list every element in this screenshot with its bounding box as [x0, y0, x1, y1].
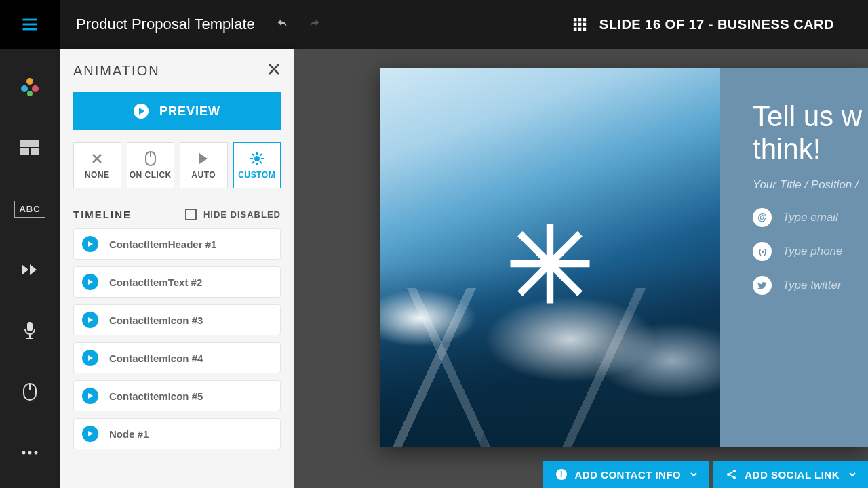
hide-disabled-toggle[interactable]: HIDE DISABLED — [185, 209, 281, 220]
svg-point-26 — [35, 451, 38, 455]
contact-email[interactable]: @ Type email — [753, 208, 868, 227]
timeline-item[interactable]: ContactItemIcon #4 — [73, 342, 281, 373]
title-area: Product Proposal Template — [60, 16, 321, 33]
mode-on-click[interactable]: ON CLICK — [127, 142, 175, 188]
undo-icon[interactable] — [275, 17, 290, 32]
svg-point-12 — [26, 78, 33, 85]
svg-text:(•): (•) — [759, 247, 767, 256]
rail-animation[interactable] — [16, 256, 43, 283]
svg-line-42 — [260, 154, 262, 156]
document-title[interactable]: Product Proposal Template — [76, 16, 255, 33]
contact-twitter[interactable]: Type twitter — [753, 276, 868, 295]
hide-disabled-label: HIDE DISABLED — [203, 209, 281, 220]
add-social-button[interactable]: ADD SOCIAL LINK — [713, 461, 868, 488]
play-icon — [82, 426, 98, 442]
chevron-down-icon — [849, 472, 856, 476]
timeline-item-label: ContactItemHeader #1 — [109, 239, 216, 250]
slide-actions: i ADD CONTACT INFO ADD SOCIAL LINK — [294, 461, 868, 488]
timeline-item-label: ContactItemText #2 — [109, 277, 202, 288]
mode-custom[interactable]: CUSTOM — [233, 142, 281, 188]
slide[interactable]: Tell us wthink! Your Title / Position / … — [380, 68, 868, 447]
timeline-item[interactable]: ContactItemIcon #3 — [73, 304, 281, 336]
redo-icon[interactable] — [307, 17, 321, 32]
timeline-list: ContactItemHeader #1 ContactItemText #2 … — [60, 228, 294, 449]
rail-shapes[interactable] — [16, 73, 43, 100]
mode-label: AUTO — [191, 170, 216, 180]
svg-rect-18 — [31, 148, 39, 155]
chevron-down-icon — [690, 472, 697, 476]
play-icon — [82, 388, 98, 404]
undo-redo-group — [275, 17, 321, 32]
mode-label: ON CLICK — [130, 170, 172, 180]
svg-line-41 — [252, 161, 254, 163]
mode-none[interactable]: NONE — [73, 142, 121, 188]
svg-point-15 — [27, 91, 33, 96]
rail-interaction[interactable] — [16, 378, 43, 405]
hamburger-icon — [20, 15, 39, 34]
contact-phone[interactable]: (•) Type phone — [753, 242, 868, 261]
rail-audio[interactable] — [16, 317, 43, 344]
svg-rect-5 — [583, 18, 586, 22]
svg-line-54 — [730, 472, 734, 474]
play-icon — [82, 312, 98, 328]
microphone-icon — [23, 321, 37, 340]
svg-point-13 — [21, 85, 28, 92]
left-rail: ABC — [0, 49, 60, 488]
play-icon — [82, 236, 98, 252]
add-social-label: ADD SOCIAL LINK — [745, 469, 840, 481]
slide-info-text: SLIDE 16 OF 17 - BUSINESS CARD — [599, 17, 834, 33]
timeline-item[interactable]: Node #1 — [73, 418, 281, 449]
timeline-item[interactable]: ContactItemHeader #1 — [73, 228, 281, 260]
slide-info[interactable]: SLIDE 16 OF 17 - BUSINESS CARD — [572, 0, 834, 49]
mode-label: CUSTOM — [238, 170, 275, 180]
timeline-item[interactable]: ContactItemText #2 — [73, 266, 281, 298]
canvas-area: Tell us wthink! Your Title / Position / … — [294, 49, 868, 488]
phone-icon: (•) — [753, 242, 772, 261]
add-contact-button[interactable]: i ADD CONTACT INFO — [543, 461, 709, 488]
phone-placeholder: Type phone — [783, 245, 843, 258]
svg-line-40 — [260, 161, 262, 163]
play-icon — [82, 350, 98, 366]
svg-point-34 — [255, 157, 259, 161]
timeline-item-label: ContactItemIcon #3 — [109, 314, 203, 326]
svg-rect-11 — [583, 28, 586, 31]
ellipsis-icon — [21, 450, 39, 455]
preview-button[interactable]: PREVIEW — [73, 92, 281, 130]
svg-rect-7 — [578, 23, 582, 26]
slide-subtitle[interactable]: Your Title / Position / — [753, 178, 868, 192]
asterisk-icon — [506, 220, 594, 310]
slide-headline[interactable]: Tell us wthink! — [753, 100, 868, 166]
menu-button[interactable] — [0, 0, 60, 49]
rail-text[interactable]: ABC — [16, 195, 43, 222]
timeline-item[interactable]: ContactItemIcon #5 — [73, 380, 281, 411]
add-contact-label: ADD CONTACT INFO — [574, 469, 681, 481]
mode-label: NONE — [85, 170, 110, 180]
x-icon — [91, 152, 103, 165]
svg-rect-9 — [574, 28, 577, 31]
mouse-icon — [145, 151, 156, 166]
mode-auto[interactable]: AUTO — [180, 142, 228, 188]
svg-rect-19 — [27, 322, 33, 331]
rail-layout[interactable] — [16, 134, 43, 161]
svg-rect-16 — [20, 140, 39, 147]
rail-more[interactable] — [16, 439, 43, 466]
close-icon — [267, 62, 281, 76]
panel-close-button[interactable] — [267, 62, 281, 79]
abc-icon: ABC — [14, 201, 45, 218]
slide-image[interactable] — [380, 68, 720, 447]
timeline-item-label: ContactItemIcon #4 — [109, 352, 203, 364]
slide-content[interactable]: Tell us wthink! Your Title / Position / … — [720, 68, 868, 447]
at-icon: @ — [753, 208, 772, 227]
play-circle-icon — [134, 104, 149, 119]
svg-rect-8 — [583, 23, 586, 26]
shapes-icon — [20, 77, 40, 97]
skip-forward-icon — [20, 263, 39, 277]
share-icon — [726, 468, 738, 481]
timeline-item-label: ContactItemIcon #5 — [109, 390, 203, 402]
timeline-title: TIMELINE — [73, 209, 132, 220]
svg-point-24 — [22, 451, 26, 455]
panel-title: ANIMATION — [73, 63, 160, 79]
svg-rect-3 — [574, 18, 577, 22]
mouse-icon — [22, 382, 37, 401]
svg-point-14 — [32, 85, 39, 92]
